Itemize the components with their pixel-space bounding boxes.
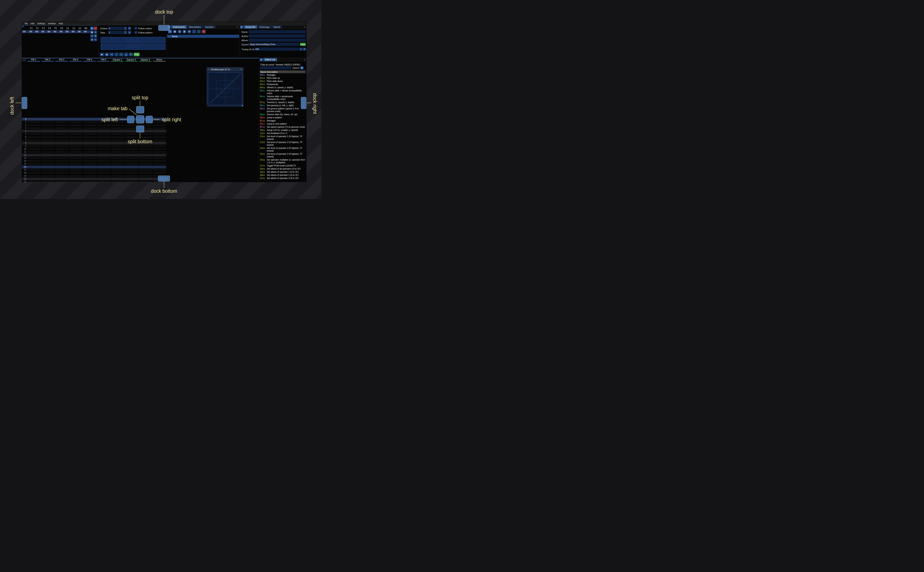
pattern-cell[interactable]	[41, 130, 55, 132]
pattern-cell[interactable]	[55, 127, 69, 130]
pattern-cell[interactable]	[69, 168, 83, 171]
pattern-cell[interactable]	[27, 118, 41, 121]
pattern-cell[interactable]	[111, 174, 125, 177]
pattern-cell[interactable]	[55, 174, 69, 177]
pattern-cell[interactable]	[83, 136, 97, 138]
pattern-cell[interactable]	[111, 124, 125, 127]
octave-decrease-button[interactable]: -	[124, 27, 127, 30]
pattern-cell[interactable]	[55, 166, 69, 168]
tab-effect-list[interactable]: Effect List	[263, 58, 277, 61]
pattern-cell[interactable]	[27, 145, 41, 148]
pattern-channel-header[interactable]: FM 4	[69, 58, 83, 62]
effect-row[interactable]: 0FxxSet speed (speed 2 if no grooves exi…	[260, 126, 306, 129]
pattern-cell[interactable]	[41, 141, 55, 145]
pattern-cell[interactable]	[83, 168, 97, 171]
pattern-cell[interactable]	[97, 138, 111, 141]
effect-row[interactable]: 0DxxJump to next pattern	[260, 122, 306, 126]
pattern-cell[interactable]	[153, 132, 166, 135]
expand-channels-button[interactable]: ++	[22, 59, 26, 61]
pattern-cell[interactable]	[41, 124, 55, 127]
pattern-cell[interactable]	[97, 160, 111, 162]
dock-right-target[interactable]	[301, 97, 306, 109]
pattern-cell[interactable]	[125, 136, 139, 138]
play-button[interactable]: ▶	[100, 53, 104, 56]
pattern-cell[interactable]	[55, 121, 69, 124]
pattern-cell[interactable]	[125, 160, 139, 162]
system-input[interactable]: Sega Genesis/Mega Drive	[249, 43, 299, 46]
pattern-cell[interactable]	[27, 132, 41, 135]
effect-row[interactable]: 10xySetup LFO (x: enable; y: speed)	[260, 129, 306, 132]
pattern-cell[interactable]	[83, 174, 97, 177]
pattern-cell[interactable]	[69, 160, 83, 162]
delete-instrument-button[interactable]: ×	[202, 30, 206, 33]
octave-input[interactable]: 3	[108, 27, 123, 30]
effect-row[interactable]: 0AxyVolume slide (0y: down; x0: up)	[260, 113, 306, 116]
pattern-cell[interactable]	[125, 157, 139, 160]
pattern-cell[interactable]	[111, 162, 125, 165]
pattern-cell[interactable]	[139, 154, 153, 157]
pattern-cell[interactable]	[41, 171, 55, 174]
pattern-cell[interactable]	[41, 168, 55, 171]
pattern-cell[interactable]	[111, 166, 125, 168]
pattern-cell[interactable]	[125, 180, 139, 182]
pattern-cell[interactable]	[27, 171, 41, 174]
pattern-cell[interactable]	[55, 141, 69, 145]
split-top-target[interactable]	[136, 106, 144, 113]
pattern-cell[interactable]	[139, 151, 153, 154]
effect-row[interactable]: 13xxSet level of operator 2 (0 highest, …	[260, 141, 306, 146]
split-bottom-target[interactable]	[136, 126, 144, 132]
album-input[interactable]	[249, 39, 306, 42]
order-cell[interactable]: 00	[58, 30, 64, 33]
pattern-cell[interactable]	[55, 160, 69, 162]
make-tab-target[interactable]	[136, 115, 144, 123]
menu-item-file[interactable]: file	[23, 22, 29, 25]
pattern-cell[interactable]	[55, 177, 69, 180]
pattern-cell[interactable]	[83, 162, 97, 165]
piano-upper-row[interactable]	[101, 37, 165, 43]
play-pattern-button[interactable]: ◉	[105, 53, 109, 56]
pattern-cell[interactable]	[83, 130, 97, 132]
order-cell[interactable]: 00	[28, 30, 34, 33]
pattern-cell[interactable]	[27, 148, 41, 151]
follow-orders-checkbox[interactable]: ✓	[134, 27, 137, 30]
pattern-cell[interactable]	[125, 151, 139, 154]
pattern-cell[interactable]	[111, 145, 125, 148]
effect-row[interactable]: 07xyTremolo (x: speed; y: depth)	[260, 101, 306, 104]
pattern-cell[interactable]	[125, 148, 139, 151]
instrument-folders-button[interactable]: ⊞	[187, 30, 191, 33]
pattern-cell[interactable]	[27, 138, 41, 141]
dock-left-target[interactable]	[22, 97, 27, 109]
order-cell[interactable]: 00	[40, 30, 46, 33]
pattern-cell[interactable]	[97, 177, 111, 180]
pattern-cell[interactable]	[83, 148, 97, 151]
pattern-cell[interactable]	[41, 136, 55, 138]
tab-samples[interactable]: Samples	[203, 25, 216, 29]
pattern-cell[interactable]	[139, 180, 153, 182]
order-cell[interactable]: 00	[70, 30, 76, 33]
pattern-cell[interactable]	[97, 130, 111, 132]
collapse-icon[interactable]: ▼	[208, 68, 210, 70]
pattern-cell[interactable]	[83, 151, 97, 154]
pattern-cell[interactable]	[139, 157, 153, 160]
effect-row[interactable]: 1AxxSet attack of operator 1 (0 to 1F)	[260, 170, 306, 174]
pattern-cell[interactable]	[153, 130, 166, 132]
follow-pattern-checkbox[interactable]: ✓	[134, 31, 137, 34]
pattern-cell[interactable]	[125, 162, 139, 165]
pattern-cell[interactable]	[153, 154, 166, 157]
pattern-cell[interactable]	[83, 177, 97, 180]
pattern-cell[interactable]	[97, 127, 111, 130]
tuning-increase-button[interactable]: +	[303, 48, 306, 51]
move-instrument-down-button[interactable]: ↓	[197, 30, 201, 33]
dock-bottom-target[interactable]	[158, 176, 170, 182]
pattern-cell[interactable]	[41, 127, 55, 130]
pattern-cell[interactable]	[69, 166, 83, 168]
pattern-cell[interactable]	[139, 132, 153, 135]
tab-subsongs[interactable]: Subsongs	[257, 25, 271, 29]
pattern-cell[interactable]	[153, 145, 166, 148]
open-instrument-button[interactable]: ▤	[178, 30, 181, 33]
pattern-cell[interactable]	[153, 171, 166, 174]
pattern-cell[interactable]	[153, 160, 166, 162]
pattern-cell[interactable]	[41, 180, 55, 182]
order-cell[interactable]: 00	[46, 30, 52, 33]
pattern-cell[interactable]	[153, 162, 166, 165]
